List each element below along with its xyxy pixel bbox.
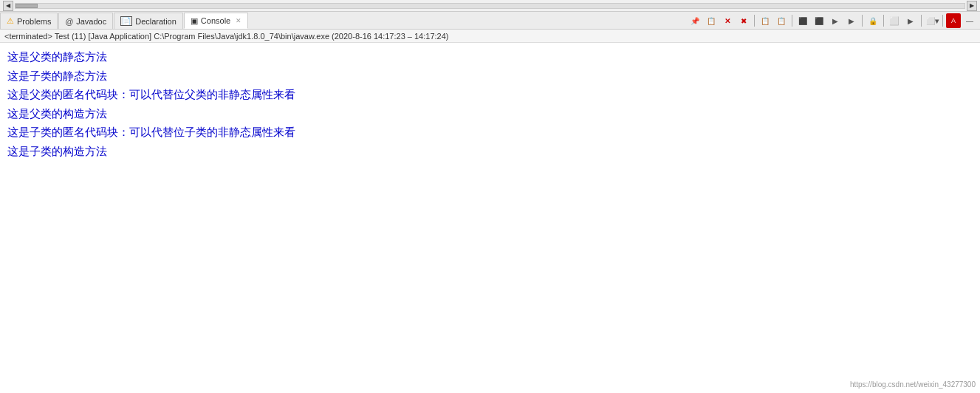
toolbar-btn-layout3[interactable]: ▶ (828, 13, 843, 28)
toolbar-btn-open-console[interactable]: ▶ (903, 13, 918, 28)
console-line-2: 这是父类的匿名代码块：可以代替位父类的非静态属性来看 (7, 85, 973, 104)
top-scrollbar[interactable]: ◀ ▶ (0, 0, 980, 12)
toolbar-btn-layout2[interactable]: ⬛ (812, 13, 826, 28)
toolbar-btn-minimize[interactable]: — (962, 13, 977, 28)
toolbar-btn-scroll-lock[interactable]: 🔒 (866, 13, 880, 28)
toolbar-sep4 (883, 15, 884, 27)
console-icon: ▣ (191, 16, 198, 26)
scrollbar-track[interactable] (15, 3, 965, 9)
toolbar-btn-layout1[interactable]: ⬛ (795, 13, 810, 28)
toolbar-btn-menu[interactable]: ⬜▾ (925, 13, 939, 28)
tab-declaration-label: Declaration (135, 17, 177, 26)
tab-console[interactable]: ▣ Console ✕ (184, 13, 248, 29)
tab-toolbar: 📌 📋 ✕ ✖ 📋 📋 ⬛ ⬛ ▶ ▶ 🔒 ⬜ ▶ ⬜▾ (688, 12, 980, 30)
scroll-right-arrow[interactable]: ▶ (967, 1, 977, 11)
toolbar-btn-word-wrap[interactable]: ⬜ (887, 13, 902, 28)
bottom-link-text: https://blog.csdn.net/weixin_43277300 (850, 380, 976, 389)
tab-javadoc-label: Javadoc (76, 17, 106, 26)
console-line-1: 这是子类的静态方法 (7, 66, 973, 86)
toolbar-btn-copy2[interactable]: 📋 (758, 13, 772, 28)
toolbar-sep3 (862, 15, 863, 27)
toolbar-sep5 (921, 15, 922, 27)
console-tab-close[interactable]: ✕ (236, 17, 241, 24)
status-text: <terminated> Test (11) [Java Application… (4, 32, 449, 41)
javadoc-icon: @ (65, 17, 73, 26)
bottom-link: https://blog.csdn.net/weixin_43277300 (850, 380, 976, 389)
tab-console-label: Console (201, 16, 230, 25)
problems-icon: ⚠ (7, 16, 14, 26)
toolbar-btn-clear-console[interactable]: ✕ (720, 13, 735, 28)
tab-problems[interactable]: ⚠ Problems (0, 13, 58, 29)
scroll-left-arrow[interactable]: ◀ (3, 1, 13, 11)
toolbar-btn-pin[interactable]: 📌 (688, 13, 702, 28)
toolbar-btn-copy[interactable]: 📋 (704, 13, 719, 28)
console-line-5: 这是子类的构造方法 (7, 142, 973, 161)
console-line-4: 这是子类的匿名代码块：可以代替位子类的非静态属性来看 (7, 123, 973, 142)
toolbar-sep2 (792, 15, 792, 27)
toolbar-sep6 (942, 15, 943, 27)
tab-problems-label: Problems (17, 17, 51, 26)
status-bar: <terminated> Test (11) [Java Application… (0, 30, 980, 43)
toolbar-btn-layout4[interactable]: ▶ (844, 13, 859, 28)
tab-javadoc[interactable]: @ Javadoc (58, 13, 113, 29)
scrollbar-thumb[interactable] (16, 4, 38, 8)
console-output: 这是父类的静态方法 这是子类的静态方法 这是父类的匿名代码块：可以代替位父类的非… (0, 43, 980, 393)
toolbar-sep1 (754, 15, 755, 27)
console-line-0: 这是父类的静态方法 (7, 47, 973, 66)
toolbar-btn-paste[interactable]: 📋 (774, 13, 789, 28)
tab-declaration[interactable]: 📄 Declaration (114, 13, 183, 29)
console-line-3: 这是父类的构造方法 (7, 104, 973, 123)
toolbar-btn-settings[interactable]: A (946, 13, 961, 28)
tab-bar: ⚠ Problems @ Javadoc 📄 Declaration ▣ Con… (0, 12, 980, 30)
declaration-icon: 📄 (120, 16, 132, 26)
toolbar-btn-terminate[interactable]: ✖ (736, 13, 751, 28)
